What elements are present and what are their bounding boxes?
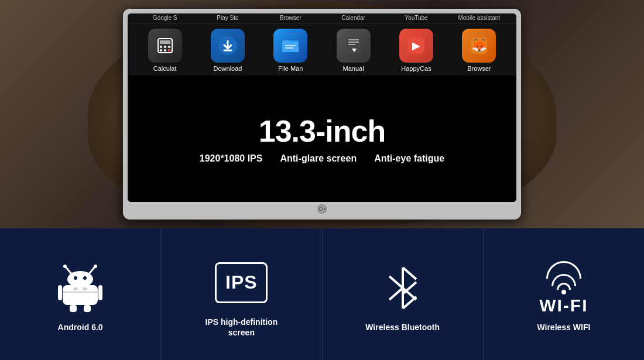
top-app-row: Google S Play Sto Browser Calendar YouTu… bbox=[128, 13, 516, 24]
svg-point-7 bbox=[168, 49, 170, 52]
svg-point-2 bbox=[160, 46, 162, 48]
feature-ips: IPS IPS high-definition screen bbox=[161, 228, 322, 360]
svg-text:🦊: 🦊 bbox=[471, 37, 488, 53]
file-manager-label: File Man bbox=[278, 65, 303, 72]
wifi-text-label: WI-FI bbox=[539, 297, 588, 314]
svg-line-43 bbox=[389, 276, 403, 288]
svg-line-44 bbox=[389, 288, 403, 300]
svg-rect-15 bbox=[348, 42, 359, 43]
wifi-dot bbox=[561, 290, 566, 294]
app-file-manager[interactable]: File Man bbox=[264, 29, 317, 72]
app-play-store[interactable]: Play Sto bbox=[201, 15, 254, 21]
manual-label: Manual bbox=[343, 65, 364, 72]
app-grid: Calculat Download bbox=[128, 24, 516, 76]
android-label: Android 6.0 bbox=[58, 322, 103, 332]
svg-line-39 bbox=[403, 268, 416, 279]
svg-point-21 bbox=[320, 207, 323, 210]
svg-rect-30 bbox=[63, 285, 98, 305]
svg-point-3 bbox=[164, 46, 166, 48]
wifi-arcs bbox=[546, 261, 581, 294]
wifi-label: Wireless WIFI bbox=[537, 322, 590, 332]
svg-point-5 bbox=[160, 49, 162, 52]
svg-rect-32 bbox=[98, 285, 102, 300]
svg-point-24 bbox=[63, 265, 67, 268]
svg-rect-36 bbox=[73, 287, 78, 290]
svg-point-26 bbox=[94, 265, 97, 268]
spec-antifatigue: Anti-eye fatigue bbox=[374, 153, 444, 164]
svg-rect-33 bbox=[70, 305, 77, 312]
svg-line-40 bbox=[403, 282, 416, 294]
svg-rect-31 bbox=[58, 285, 62, 300]
ips-label-line2: screen bbox=[228, 328, 255, 337]
spec-antiglare: Anti-glare screen bbox=[280, 153, 357, 164]
svg-rect-37 bbox=[83, 287, 87, 290]
ips-label: IPS high-definition screen bbox=[205, 317, 278, 338]
svg-rect-1 bbox=[160, 40, 170, 44]
ips-text: IPS bbox=[225, 272, 258, 293]
wifi-symbol-group: WI-FI bbox=[539, 261, 588, 314]
app-youtube[interactable]: YouTube bbox=[390, 15, 443, 21]
screen-content-area: 13.3-inch 1920*1080 IPS Anti-glare scree… bbox=[128, 76, 516, 202]
feature-wifi: WI-FI Wireless WIFI bbox=[484, 228, 644, 360]
app-calculator[interactable]: Calculat bbox=[139, 29, 191, 72]
screen-main-title: 13.3-inch bbox=[259, 114, 385, 149]
browser-icon: 🦊 bbox=[462, 29, 496, 63]
download-label: Download bbox=[214, 65, 242, 72]
android-icon-area bbox=[54, 259, 107, 317]
app-calendar[interactable]: Calendar bbox=[327, 15, 380, 21]
ips-box: IPS bbox=[215, 262, 268, 303]
happycas-icon: ▶ bbox=[399, 29, 433, 63]
ips-icon-area: IPS bbox=[215, 253, 268, 312]
svg-rect-12 bbox=[285, 47, 293, 49]
power-button[interactable] bbox=[317, 204, 327, 214]
bottom-section: Android 6.0 IPS IPS high-definition scre… bbox=[0, 228, 644, 360]
browser-label: Browser bbox=[467, 65, 491, 72]
svg-rect-14 bbox=[348, 39, 359, 40]
download-icon bbox=[211, 29, 245, 63]
android-icon bbox=[57, 263, 104, 313]
spec-resolution: 1920*1080 IPS bbox=[200, 153, 263, 164]
app-google-s[interactable]: Google S bbox=[139, 15, 191, 21]
calculator-icon bbox=[148, 29, 182, 63]
ips-label-line1: IPS high-definition bbox=[205, 317, 278, 327]
svg-point-6 bbox=[164, 49, 166, 52]
happycas-label: HappyCas bbox=[401, 65, 431, 72]
svg-line-42 bbox=[403, 297, 416, 308]
calculator-label: Calculat bbox=[153, 65, 177, 72]
svg-rect-34 bbox=[84, 305, 91, 312]
wifi-icon-area: WI-FI bbox=[537, 259, 590, 317]
screen-display: Google S Play Sto Browser Calendar YouTu… bbox=[128, 13, 516, 202]
bluetooth-label: Wireless Bluetooth bbox=[365, 322, 440, 332]
app-download[interactable]: Download bbox=[201, 29, 254, 72]
feature-android: Android 6.0 bbox=[0, 228, 161, 360]
app-manual[interactable]: Manual bbox=[327, 29, 380, 72]
manual-icon bbox=[337, 29, 371, 63]
svg-point-28 bbox=[74, 276, 77, 280]
svg-point-29 bbox=[83, 276, 87, 280]
top-section: Google S Play Sto Browser Calendar YouTu… bbox=[0, 0, 644, 228]
feature-bluetooth: Wireless Bluetooth bbox=[323, 228, 484, 360]
bluetooth-icon-area bbox=[376, 259, 429, 317]
svg-point-27 bbox=[67, 271, 93, 287]
svg-point-4 bbox=[168, 46, 170, 48]
app-browser[interactable]: 🦊 Browser bbox=[453, 29, 505, 72]
app-browser-top[interactable]: Browser bbox=[264, 15, 317, 21]
svg-rect-11 bbox=[285, 45, 296, 46]
specs-row: 1920*1080 IPS Anti-glare screen Anti-eye… bbox=[200, 153, 444, 164]
file-manager-icon bbox=[273, 29, 307, 63]
app-mobile-assistant[interactable]: Mobile assistant bbox=[453, 15, 505, 21]
screen-device: Google S Play Sto Browser Calendar YouTu… bbox=[123, 9, 521, 220]
power-button-row bbox=[128, 202, 516, 215]
app-happycas[interactable]: ▶ HappyCas bbox=[390, 29, 443, 72]
svg-rect-16 bbox=[348, 44, 355, 45]
svg-text:▶: ▶ bbox=[412, 40, 420, 52]
bluetooth-icon bbox=[382, 262, 423, 314]
